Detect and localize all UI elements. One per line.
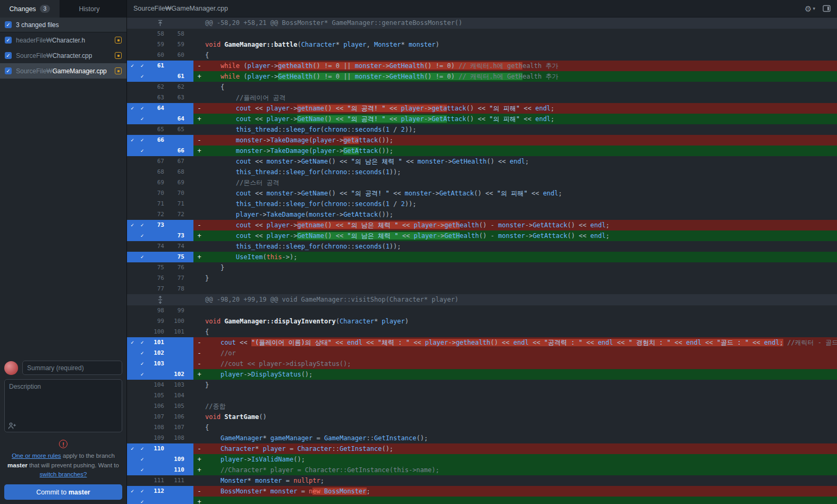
line-group-checkbox[interactable]: ✓ — [127, 443, 138, 454]
diff-line[interactable]: 6868 this_thread::sleep_for(chrono::seco… — [127, 167, 837, 177]
diff-line[interactable]: 104103} — [127, 380, 837, 390]
switch-branches-link[interactable]: switch branches? — [40, 471, 87, 477]
line-checkbox[interactable]: ✓ — [138, 465, 147, 475]
diff-line[interactable]: 7070 cout << monster->GetName() << "의 공격… — [127, 188, 837, 199]
diff-line[interactable]: ✓66+ monster->TakeDamage(player->GetAtta… — [127, 146, 837, 156]
commit-description-input[interactable] — [4, 379, 122, 432]
commit-summary-input[interactable] — [22, 361, 122, 375]
diff-line[interactable]: 7576 } — [127, 262, 837, 273]
diff-line[interactable]: 6262 { — [127, 82, 837, 92]
diff-line[interactable]: ✓✓101- cout << "(플레이어 이름)의 상태" << endl <… — [127, 337, 837, 348]
rules-link[interactable]: One or more rules — [12, 452, 61, 459]
line-group-checkbox[interactable]: ✓ — [127, 486, 138, 497]
line-checkbox[interactable]: ✓ — [138, 486, 147, 497]
diff-line[interactable]: 106105//종합 — [127, 401, 837, 412]
line-group-checkbox[interactable]: ✓ — [127, 61, 138, 71]
modified-status-icon — [115, 52, 122, 59]
diff-line[interactable]: 107106void StartGame() — [127, 412, 837, 422]
diff-marker — [193, 167, 205, 177]
file-row[interactable]: ✓headerFile₩Character.h — [0, 32, 126, 48]
file-checkbox[interactable]: ✓ — [5, 67, 12, 74]
diff-line[interactable]: 5959void GameManager::battle(Character* … — [127, 39, 837, 50]
line-checkbox[interactable]: ✓ — [138, 337, 147, 348]
diff-line[interactable]: ✓✓64- cout << player->getname() << "의 공격… — [127, 103, 837, 114]
expand-up-icon[interactable] — [127, 18, 193, 29]
line-checkbox[interactable]: ✓ — [138, 220, 147, 230]
diff-line[interactable]: 7272 player->TakeDamage(monster->GetAtta… — [127, 209, 837, 220]
diff-line[interactable]: 105104 — [127, 390, 837, 401]
new-line-number — [167, 337, 187, 348]
diff-line[interactable]: 99100void GameManager::displayInventory(… — [127, 316, 837, 327]
add-coauthor-icon[interactable] — [8, 422, 16, 430]
file-checkbox[interactable]: ✓ — [5, 37, 12, 44]
diff-line[interactable]: ✓64+ cout << player->GetName() << "의 공격!… — [127, 114, 837, 124]
line-group-checkbox[interactable]: ✓ — [127, 337, 138, 348]
line-checkbox[interactable]: ✓ — [138, 348, 147, 358]
diff-line[interactable]: ✓✓112- BossMonster* monster = new BossMo… — [127, 486, 837, 497]
diff-line[interactable]: ✓109+ player->IsValidName(); — [127, 454, 837, 465]
file-row[interactable]: ✓SourceFile₩GameManager.cpp — [0, 63, 126, 79]
diff-line[interactable]: 109108 GameManager* gameManager = GameMa… — [127, 433, 837, 443]
line-checkbox[interactable]: ✓ — [138, 252, 147, 262]
diff-line[interactable]: ✓73+ cout << player->GetName() << "의 남은 … — [127, 230, 837, 241]
expand-range-icon[interactable] — [127, 294, 193, 305]
diff-line[interactable]: 7677} — [127, 273, 837, 284]
diff-line[interactable]: 100101{ — [127, 327, 837, 337]
diff-line[interactable]: 5858 — [127, 29, 837, 39]
diff-line[interactable]: 111111 Monster* monster = nullptr; — [127, 475, 837, 486]
line-checkbox[interactable]: ✓ — [138, 61, 147, 71]
code-line: Character* player = Character::GetInstan… — [205, 443, 837, 454]
line-checkbox[interactable]: ✓ — [138, 114, 147, 124]
line-group-checkbox[interactable]: ✓ — [127, 135, 138, 146]
line-checkbox[interactable]: ✓ — [138, 454, 147, 465]
line-group-checkbox[interactable]: ✓ — [127, 220, 138, 230]
new-line-number: 74 — [167, 241, 187, 252]
diff-line[interactable]: ✓✓110- Character* player = Character::Ge… — [127, 443, 837, 454]
file-checkbox[interactable]: ✓ — [5, 52, 12, 59]
line-checkbox[interactable]: ✓ — [138, 146, 147, 156]
commit-button[interactable]: Commit to master — [4, 484, 122, 500]
diff-line[interactable]: 6565 this_thread::sleep_for(chrono::seco… — [127, 124, 837, 135]
diff-line[interactable]: ✓102+ player->DisplayStatus(); — [127, 369, 837, 380]
diff-line[interactable]: 108107{ — [127, 422, 837, 433]
diff-line[interactable]: ✓✓66- monster->TakeDamage(player->getatt… — [127, 135, 837, 146]
diff-line[interactable]: ✓75+ UseItem(this->); — [127, 252, 837, 262]
file-row[interactable]: ✓SourceFile₩Character.cpp — [0, 48, 126, 63]
line-checkbox[interactable]: ✓ — [138, 369, 147, 380]
diff-line[interactable]: 7474 this_thread::sleep_for(chrono::seco… — [127, 241, 837, 252]
diff-line[interactable]: 7171 this_thread::sleep_for(chrono::seco… — [127, 199, 837, 209]
diff-line[interactable]: 6363 //플레이어 공격 — [127, 92, 837, 103]
diff-line[interactable]: 7778 — [127, 284, 837, 294]
diff-line[interactable]: ✓110+ //Character* player = Character::G… — [127, 465, 837, 475]
line-checkbox[interactable]: ✓ — [138, 103, 147, 114]
split-view-icon[interactable] — [823, 5, 831, 12]
diff-line[interactable]: ✓103- //cout << player->displayStatus(); — [127, 358, 837, 369]
diff-marker: - — [193, 61, 205, 71]
changed-files-header[interactable]: ✓ 3 changed files — [0, 18, 126, 32]
diff-options-button[interactable]: ⚙ ▾ — [805, 5, 815, 13]
line-checkbox[interactable]: ✓ — [138, 358, 147, 369]
diff-line[interactable]: ✓+ — [127, 497, 837, 504]
new-line-number — [167, 358, 187, 369]
line-checkbox[interactable]: ✓ — [138, 135, 147, 146]
line-checkbox[interactable]: ✓ — [138, 71, 147, 82]
diff-line[interactable]: ✓✓61- while (player->gethealth() != 0 ||… — [127, 61, 837, 71]
tab-history[interactable]: History — [60, 0, 119, 18]
diff-line[interactable]: 6969 //몬스터 공격 — [127, 177, 837, 188]
diff-marker — [193, 262, 205, 273]
tab-changes[interactable]: Changes 3 — [0, 0, 60, 18]
diff-line[interactable]: 6767 cout << monster->GetName() << "의 남은… — [127, 156, 837, 167]
diff-line[interactable]: ✓102- //or — [127, 348, 837, 358]
new-line-number — [167, 348, 187, 358]
new-line-number: 64 — [167, 114, 187, 124]
diff-marker — [193, 305, 205, 316]
line-checkbox[interactable]: ✓ — [138, 443, 147, 454]
line-checkbox[interactable]: ✓ — [138, 497, 147, 504]
select-all-checkbox[interactable]: ✓ — [5, 21, 12, 28]
line-group-checkbox[interactable]: ✓ — [127, 103, 138, 114]
diff-line[interactable]: ✓✓73- cout << player->getname() << "의 남은… — [127, 220, 837, 230]
diff-line[interactable]: 9899 — [127, 305, 837, 316]
diff-line[interactable]: 6060{ — [127, 50, 837, 61]
diff-line[interactable]: ✓61+ while (player->GetHealth() != 0 || … — [127, 71, 837, 82]
line-checkbox[interactable]: ✓ — [138, 230, 147, 241]
